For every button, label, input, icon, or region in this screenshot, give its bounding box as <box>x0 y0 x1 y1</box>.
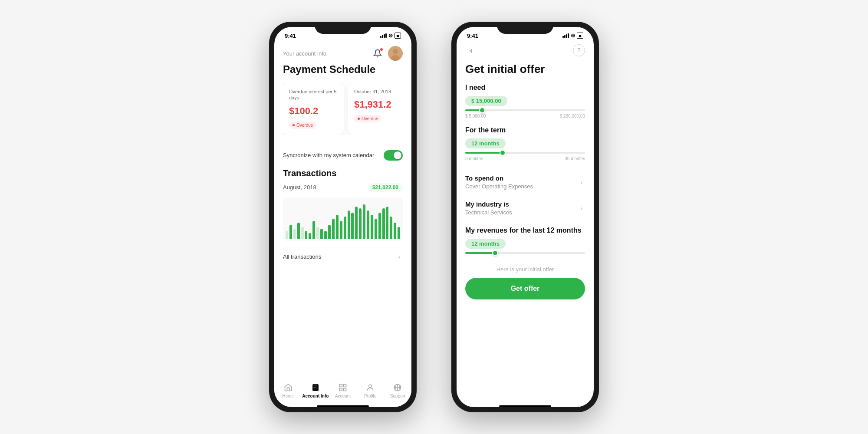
my-industry-label: My industry is <box>465 201 512 208</box>
signal-icon <box>380 33 387 38</box>
svg-point-10 <box>369 385 372 388</box>
sync-toggle[interactable] <box>384 150 403 161</box>
svg-rect-8 <box>340 388 342 391</box>
i-need-value: $ 15,000.00 <box>465 96 507 106</box>
nav-label-support: Support <box>390 394 405 398</box>
chart-bar <box>293 229 296 239</box>
chart-bar <box>344 217 346 239</box>
to-spend-value: Cover Operating Expenses <box>465 183 533 190</box>
right-page-title: Get initial offer <box>465 62 585 76</box>
chart-bar <box>312 221 315 239</box>
chart-bar <box>371 215 373 239</box>
back-button[interactable]: ‹ <box>465 44 477 56</box>
sync-row[interactable]: Syncronize with my system calendar <box>283 144 403 167</box>
chart-bar <box>305 231 308 239</box>
header-icons <box>371 46 403 61</box>
to-spend-row[interactable]: To spend on Cover Operating Expenses › <box>465 169 585 195</box>
chart-bar <box>320 229 323 239</box>
chart-bar <box>367 210 369 239</box>
status-dot <box>358 118 360 120</box>
nav-label-account-info: Account Info <box>302 394 329 398</box>
status-icons: ⊜ ■ <box>380 33 401 39</box>
transactions-header: August, 2018 $21,022.00 <box>283 183 403 192</box>
payment-card-0[interactable]: Overdue interest per 5 days $100.2 Overd… <box>283 82 344 135</box>
battery-icon: ■ <box>577 33 583 39</box>
my-industry-row[interactable]: My industry is Technical Services › <box>465 195 585 221</box>
nav-label-profile: Profile <box>364 394 376 398</box>
chart-bar <box>336 215 339 239</box>
for-term-range: 3 months 36 months <box>465 156 585 161</box>
all-transactions-row[interactable]: All transactions › <box>283 247 403 266</box>
my-industry-left: My industry is Technical Services <box>465 201 512 216</box>
nav-item-support[interactable]: Support <box>384 383 411 398</box>
for-term-section: For the term 12 months 3 months 36 month… <box>465 126 585 161</box>
profile-icon <box>365 383 375 392</box>
svg-point-1 <box>393 49 398 54</box>
my-industry-value: Technical Services <box>465 209 512 216</box>
chart-bar <box>375 219 377 239</box>
chart-bar <box>378 213 381 239</box>
chart-bar <box>324 231 327 239</box>
status-time: 9:41 <box>467 33 478 39</box>
chevron-right-icon: › <box>396 253 403 260</box>
account-header: Your account info <box>283 46 403 61</box>
svg-rect-5 <box>314 387 316 388</box>
get-offer-button[interactable]: Get offer <box>465 278 585 299</box>
i-need-range: $ 5,000.00 $ 250,000.00 <box>465 114 585 118</box>
account-info-icon <box>311 383 320 392</box>
nav-item-profile[interactable]: Profile <box>357 383 384 398</box>
notch <box>497 22 553 34</box>
chart-bar <box>394 223 396 239</box>
svg-rect-6 <box>340 385 342 387</box>
chart-bar <box>309 233 311 239</box>
status-badge-0: Overdue <box>289 122 316 129</box>
for-term-value: 12 months <box>465 138 506 148</box>
chart-bar <box>340 221 342 239</box>
revenues-label: My revenues for the last 12 months <box>465 227 585 234</box>
home-icon <box>283 383 293 392</box>
support-icon <box>393 383 402 392</box>
signal-icon <box>562 33 569 38</box>
revenues-slider[interactable] <box>465 252 585 254</box>
wifi-icon: ⊜ <box>571 33 575 39</box>
for-term-fill <box>465 152 503 154</box>
transactions-chart <box>283 197 403 241</box>
for-term-slider[interactable] <box>465 152 585 154</box>
chart-bar <box>348 210 350 239</box>
i-need-slider[interactable] <box>465 109 585 111</box>
help-button[interactable]: ? <box>573 44 585 56</box>
chart-bar <box>328 225 331 239</box>
to-spend-label: To spend on <box>465 174 533 182</box>
svg-rect-7 <box>344 385 346 387</box>
bell-icon-button[interactable] <box>371 46 385 60</box>
i-need-section: I need $ 15,000.00 $ 5,000.00 $ 250,000.… <box>465 84 585 118</box>
my-industry-chevron: › <box>578 205 585 212</box>
chart-bar <box>289 225 292 239</box>
chart-bar <box>316 227 319 239</box>
chart-bar <box>363 204 365 239</box>
left-phone: 9:41 ⊜ ■ Your account info <box>269 22 417 412</box>
to-spend-left: To spend on Cover Operating Expenses <box>465 174 533 190</box>
nav-item-home[interactable]: Home <box>274 383 302 398</box>
revenues-thumb <box>492 250 498 256</box>
offer-footer: Here is your initial offer Get offer <box>465 262 585 303</box>
chart-bar <box>398 227 400 239</box>
nav-item-account-info[interactable]: Account Info <box>302 383 329 398</box>
revenues-fill <box>465 252 495 254</box>
payment-card-1[interactable]: October 31, 2018 $1,931.2 Overdue <box>348 82 403 135</box>
nav-label-account: Account <box>335 394 351 398</box>
right-phone: 9:41 ⊜ ■ ‹ ? Get initial <box>451 22 599 412</box>
avatar[interactable] <box>388 46 403 61</box>
svg-rect-9 <box>344 388 346 391</box>
chart-bar <box>286 231 288 239</box>
transactions-amount: $21,022.00 <box>368 183 403 192</box>
transactions-month: August, 2018 <box>283 184 316 191</box>
offer-footer-text: Here is your initial offer <box>465 266 585 273</box>
status-dot <box>293 124 295 126</box>
nav-item-account[interactable]: Account <box>329 383 356 398</box>
nav-label-home: Home <box>282 394 294 398</box>
revenues-value: 12 months <box>465 239 506 249</box>
chart-bar <box>351 213 354 239</box>
chart-bar <box>359 208 362 239</box>
i-need-thumb <box>479 107 485 113</box>
